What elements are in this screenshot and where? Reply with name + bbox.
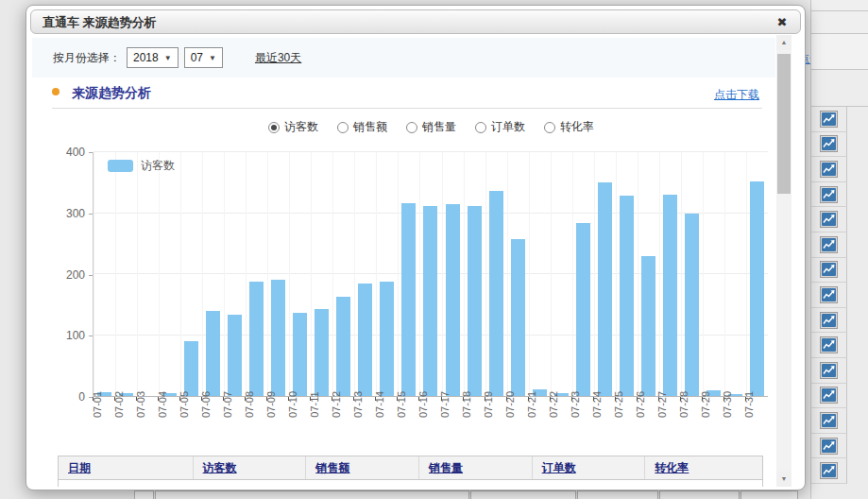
line-chart-icon[interactable] bbox=[820, 362, 838, 379]
icon-cell bbox=[811, 182, 847, 208]
x-axis-tick-label: 07-09 bbox=[265, 391, 277, 418]
table-header-row: 日期访客数销售额销售量订单数转化率 bbox=[58, 456, 763, 480]
icon-cell bbox=[811, 107, 847, 132]
table-row bbox=[811, 458, 868, 484]
table-header-cell: 订单数 bbox=[533, 456, 646, 479]
line-chart-icon[interactable] bbox=[820, 412, 838, 429]
line-chart-icon[interactable] bbox=[820, 387, 838, 404]
bar-07-17 bbox=[446, 204, 460, 396]
table-row bbox=[811, 434, 868, 459]
sort-link-1[interactable]: 访客数 bbox=[203, 460, 237, 476]
x-axis-tick-label: 07-13 bbox=[352, 391, 364, 418]
table-row bbox=[811, 207, 868, 232]
month-filter-label: 按月份选择： bbox=[53, 50, 121, 66]
line-chart-icon[interactable] bbox=[820, 186, 838, 203]
background-header-cell bbox=[811, 70, 868, 107]
background-cell bbox=[811, 34, 868, 70]
bar-07-06 bbox=[206, 311, 220, 396]
table-header-cell: 销售额 bbox=[306, 456, 419, 479]
sort-link-4[interactable]: 订单数 bbox=[542, 460, 576, 476]
radio-icon bbox=[406, 122, 417, 133]
close-icon[interactable]: ✖ bbox=[773, 13, 791, 32]
metric-radio-group: 访客数销售额销售量订单数转化率 bbox=[268, 119, 594, 135]
sort-link-3[interactable]: 销售量 bbox=[429, 460, 463, 476]
line-chart-icon[interactable] bbox=[820, 111, 838, 128]
line-chart-icon[interactable] bbox=[820, 211, 838, 228]
line-chart-icon[interactable] bbox=[820, 286, 838, 303]
table-header-cell: 转化率 bbox=[645, 456, 762, 479]
line-chart-icon[interactable] bbox=[820, 462, 838, 479]
x-axis-tick-label: 07-16 bbox=[417, 391, 429, 418]
metric-radio-4[interactable]: 转化率 bbox=[544, 119, 594, 135]
metric-radio-3[interactable]: 订单数 bbox=[475, 119, 525, 135]
x-axis-tick-label: 07-11 bbox=[309, 391, 320, 417]
download-link[interactable]: 点击下载 bbox=[714, 87, 759, 103]
x-axis-tick-label: 07-20 bbox=[504, 391, 516, 418]
icon-cell bbox=[811, 157, 847, 182]
section-title: 来源趋势分析 bbox=[72, 85, 151, 102]
metric-radio-label: 销售额 bbox=[353, 119, 387, 135]
chart-plot: 07-0107-0207-0307-0407-0507-0607-0707-08… bbox=[93, 152, 768, 397]
x-axis-tick-label: 07-07 bbox=[222, 391, 233, 418]
table-row bbox=[811, 107, 868, 132]
table-header-cell: 日期 bbox=[59, 456, 194, 479]
month-select-value: 07 bbox=[191, 51, 203, 64]
icon-cell bbox=[811, 207, 847, 232]
bar-07-09 bbox=[271, 280, 285, 396]
bar-slot-07-10: 07-10 bbox=[289, 152, 311, 396]
scrollbar-thumb[interactable] bbox=[777, 54, 791, 194]
line-chart-icon[interactable] bbox=[820, 336, 838, 353]
y-axis-tick-label: 200 bbox=[26, 268, 85, 282]
bar-slot-07-16: 07-16 bbox=[419, 152, 441, 396]
metric-radio-1[interactable]: 销售额 bbox=[337, 119, 387, 135]
bar-slot-07-24: 07-24 bbox=[594, 152, 616, 396]
dialog-titlebar[interactable]: 直通车 来源趋势分析 ✖ bbox=[30, 9, 801, 34]
recent-30-days-link[interactable]: 最近30天 bbox=[255, 50, 301, 66]
background-cell bbox=[155, 490, 469, 499]
x-axis-tick-label: 07-19 bbox=[483, 391, 494, 418]
x-axis-tick-label: 07-26 bbox=[635, 391, 646, 418]
bar-07-16 bbox=[423, 206, 437, 396]
bar-slot-07-01: 07-01 bbox=[94, 152, 115, 396]
line-chart-icon[interactable] bbox=[820, 261, 838, 278]
bar-07-07 bbox=[228, 315, 242, 396]
trend-analysis-dialog: 直通车 来源趋势分析 ✖ 按月份选择： 2018 ▼ 07 ▼ 最近30天 来源… bbox=[26, 5, 806, 490]
metric-radio-2[interactable]: 销售量 bbox=[406, 119, 456, 135]
x-axis-tick-label: 07-21 bbox=[526, 391, 537, 418]
y-axis-tick-label: 400 bbox=[26, 146, 85, 159]
table-row bbox=[811, 283, 868, 308]
line-chart-icon[interactable] bbox=[820, 438, 838, 455]
sort-link-0[interactable]: 日期 bbox=[68, 460, 91, 476]
bar-slot-07-06: 07-06 bbox=[202, 152, 224, 396]
line-chart-icon[interactable] bbox=[820, 135, 838, 152]
bar-slot-07-03: 07-03 bbox=[137, 152, 159, 396]
chevron-down-icon: ▼ bbox=[164, 54, 172, 62]
x-axis-tick-label: 07-29 bbox=[700, 391, 711, 418]
radio-icon bbox=[544, 122, 555, 133]
sort-link-5[interactable]: 转化率 bbox=[655, 460, 689, 476]
x-axis-tick-label: 07-15 bbox=[396, 391, 407, 418]
x-axis-tick-label: 07-22 bbox=[548, 391, 559, 418]
chart-icon-column bbox=[811, 107, 868, 484]
dialog-scrollbar[interactable]: ▲ ▼ bbox=[776, 35, 791, 487]
month-select[interactable]: 07 ▼ bbox=[184, 47, 223, 68]
line-chart-icon[interactable] bbox=[820, 161, 838, 178]
year-select[interactable]: 2018 ▼ bbox=[127, 47, 179, 68]
radio-selected-icon bbox=[268, 122, 280, 133]
x-axis-tick-label: 07-17 bbox=[439, 391, 451, 418]
metric-radio-label: 访客数 bbox=[284, 119, 318, 135]
bar-07-27 bbox=[663, 195, 677, 396]
x-axis-tick-label: 07-18 bbox=[461, 391, 472, 418]
scroll-down-icon[interactable]: ▼ bbox=[776, 472, 791, 487]
bar-07-25 bbox=[620, 196, 634, 396]
line-chart-icon[interactable] bbox=[820, 312, 838, 329]
line-chart-icon[interactable] bbox=[820, 236, 838, 253]
scroll-up-icon[interactable]: ▲ bbox=[776, 35, 791, 50]
bar-07-14 bbox=[380, 282, 394, 396]
table-header-cell: 访客数 bbox=[194, 456, 307, 479]
bar-07-20 bbox=[511, 239, 525, 396]
metric-radio-0[interactable]: 访客数 bbox=[268, 119, 318, 135]
bar-slot-07-07: 07-07 bbox=[224, 152, 246, 396]
sort-link-2[interactable]: 销售额 bbox=[315, 460, 349, 476]
chart-legend[interactable]: 访客数 bbox=[108, 158, 175, 174]
